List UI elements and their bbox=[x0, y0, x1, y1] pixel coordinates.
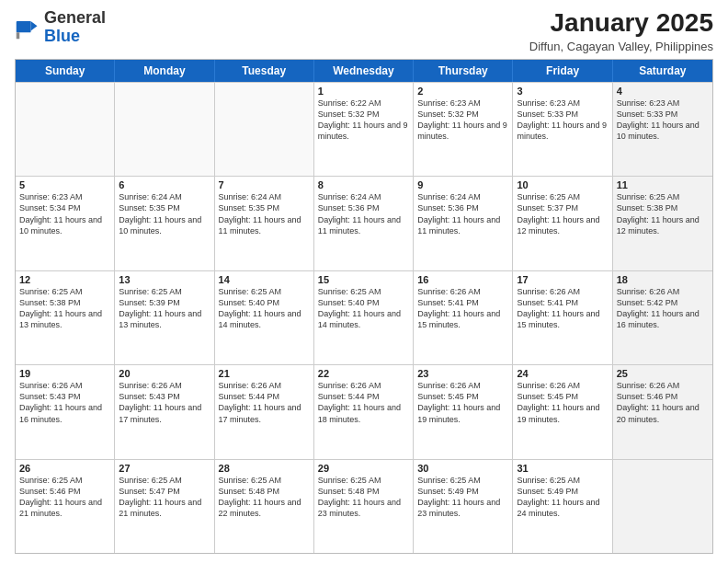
cell-info: Sunrise: 6:23 AMSunset: 5:33 PMDaylight:… bbox=[617, 98, 709, 143]
calendar-cell: 27Sunrise: 6:25 AMSunset: 5:47 PMDayligh… bbox=[115, 460, 214, 553]
cell-info: Sunrise: 6:26 AMSunset: 5:44 PMDaylight:… bbox=[219, 380, 310, 425]
calendar: SundayMondayTuesdayWednesdayThursdayFrid… bbox=[15, 59, 713, 554]
calendar-week: 5Sunrise: 6:23 AMSunset: 5:34 PMDaylight… bbox=[16, 176, 712, 270]
calendar-cell: 18Sunrise: 6:26 AMSunset: 5:42 PMDayligh… bbox=[613, 271, 712, 364]
calendar-cell bbox=[215, 83, 314, 176]
calendar-cell bbox=[115, 83, 214, 176]
header: General Blue January 2025 Diffun, Cagaya… bbox=[15, 9, 713, 53]
svg-marker-2 bbox=[31, 21, 38, 31]
cell-info: Sunrise: 6:26 AMSunset: 5:42 PMDaylight:… bbox=[617, 286, 709, 331]
cell-info: Sunrise: 6:25 AMSunset: 5:47 PMDaylight:… bbox=[119, 475, 210, 520]
cell-info: Sunrise: 6:23 AMSunset: 5:32 PMDaylight:… bbox=[417, 98, 508, 143]
calendar-week: 19Sunrise: 6:26 AMSunset: 5:43 PMDayligh… bbox=[16, 364, 712, 458]
calendar-cell: 19Sunrise: 6:26 AMSunset: 5:43 PMDayligh… bbox=[16, 365, 115, 458]
day-number: 20 bbox=[119, 368, 210, 379]
calendar-cell: 25Sunrise: 6:26 AMSunset: 5:46 PMDayligh… bbox=[613, 365, 712, 458]
calendar-header: SundayMondayTuesdayWednesdayThursdayFrid… bbox=[16, 60, 712, 82]
day-number: 13 bbox=[119, 274, 210, 285]
day-number: 28 bbox=[219, 463, 310, 474]
calendar-cell bbox=[16, 83, 115, 176]
calendar-cell: 4Sunrise: 6:23 AMSunset: 5:33 PMDaylight… bbox=[613, 83, 712, 176]
day-number: 3 bbox=[517, 86, 608, 97]
day-number: 29 bbox=[318, 463, 409, 474]
calendar-cell: 2Sunrise: 6:23 AMSunset: 5:32 PMDaylight… bbox=[414, 83, 513, 176]
cell-info: Sunrise: 6:25 AMSunset: 5:40 PMDaylight:… bbox=[219, 286, 310, 331]
calendar-cell: 30Sunrise: 6:25 AMSunset: 5:49 PMDayligh… bbox=[414, 460, 513, 553]
calendar-cell: 24Sunrise: 6:26 AMSunset: 5:45 PMDayligh… bbox=[513, 365, 612, 458]
cell-info: Sunrise: 6:26 AMSunset: 5:46 PMDaylight:… bbox=[617, 380, 709, 425]
day-number: 4 bbox=[617, 86, 709, 97]
calendar-cell: 13Sunrise: 6:25 AMSunset: 5:39 PMDayligh… bbox=[115, 271, 214, 364]
calendar-cell: 9Sunrise: 6:24 AMSunset: 5:36 PMDaylight… bbox=[414, 177, 513, 270]
cell-info: Sunrise: 6:24 AMSunset: 5:36 PMDaylight:… bbox=[318, 191, 409, 236]
cell-info: Sunrise: 6:25 AMSunset: 5:48 PMDaylight:… bbox=[318, 475, 409, 520]
day-number: 17 bbox=[517, 274, 608, 285]
subtitle: Diffun, Cagayan Valley, Philippines bbox=[529, 40, 713, 53]
day-number: 18 bbox=[617, 274, 709, 285]
day-number: 19 bbox=[19, 368, 110, 379]
cell-info: Sunrise: 6:25 AMSunset: 5:39 PMDaylight:… bbox=[119, 286, 210, 331]
day-number: 10 bbox=[517, 179, 608, 190]
cell-info: Sunrise: 6:24 AMSunset: 5:35 PMDaylight:… bbox=[219, 191, 310, 236]
day-number: 1 bbox=[318, 86, 409, 97]
cell-info: Sunrise: 6:26 AMSunset: 5:43 PMDaylight:… bbox=[19, 380, 110, 425]
cell-info: Sunrise: 6:25 AMSunset: 5:37 PMDaylight:… bbox=[517, 191, 608, 236]
weekday-header: Wednesday bbox=[314, 60, 414, 82]
page: General Blue January 2025 Diffun, Cagaya… bbox=[0, 0, 728, 563]
weekday-header: Thursday bbox=[414, 60, 513, 82]
calendar-cell: 12Sunrise: 6:25 AMSunset: 5:38 PMDayligh… bbox=[16, 271, 115, 364]
day-number: 21 bbox=[219, 368, 310, 379]
weekday-header: Saturday bbox=[613, 60, 712, 82]
day-number: 8 bbox=[318, 179, 409, 190]
calendar-cell: 6Sunrise: 6:24 AMSunset: 5:35 PMDaylight… bbox=[115, 177, 214, 270]
cell-info: Sunrise: 6:25 AMSunset: 5:48 PMDaylight:… bbox=[219, 475, 310, 520]
calendar-body: 1Sunrise: 6:22 AMSunset: 5:32 PMDaylight… bbox=[16, 82, 712, 553]
day-number: 23 bbox=[417, 368, 508, 379]
cell-info: Sunrise: 6:25 AMSunset: 5:49 PMDaylight:… bbox=[417, 475, 508, 520]
day-number: 9 bbox=[417, 179, 508, 190]
cell-info: Sunrise: 6:25 AMSunset: 5:38 PMDaylight:… bbox=[617, 191, 709, 236]
calendar-cell: 21Sunrise: 6:26 AMSunset: 5:44 PMDayligh… bbox=[215, 365, 314, 458]
logo-blue: Blue bbox=[44, 27, 80, 45]
calendar-cell: 5Sunrise: 6:23 AMSunset: 5:34 PMDaylight… bbox=[16, 177, 115, 270]
calendar-cell: 23Sunrise: 6:26 AMSunset: 5:45 PMDayligh… bbox=[414, 365, 513, 458]
cell-info: Sunrise: 6:23 AMSunset: 5:34 PMDaylight:… bbox=[19, 191, 110, 236]
day-number: 12 bbox=[19, 274, 110, 285]
cell-info: Sunrise: 6:26 AMSunset: 5:45 PMDaylight:… bbox=[517, 380, 608, 425]
calendar-week: 26Sunrise: 6:25 AMSunset: 5:46 PMDayligh… bbox=[16, 459, 712, 553]
calendar-cell: 8Sunrise: 6:24 AMSunset: 5:36 PMDaylight… bbox=[314, 177, 414, 270]
day-number: 16 bbox=[417, 274, 508, 285]
cell-info: Sunrise: 6:24 AMSunset: 5:35 PMDaylight:… bbox=[119, 191, 210, 236]
svg-rect-3 bbox=[17, 32, 20, 39]
day-number: 2 bbox=[417, 86, 508, 97]
cell-info: Sunrise: 6:24 AMSunset: 5:36 PMDaylight:… bbox=[417, 191, 508, 236]
calendar-cell: 17Sunrise: 6:26 AMSunset: 5:41 PMDayligh… bbox=[513, 271, 612, 364]
cell-info: Sunrise: 6:25 AMSunset: 5:49 PMDaylight:… bbox=[517, 475, 608, 520]
calendar-cell: 31Sunrise: 6:25 AMSunset: 5:49 PMDayligh… bbox=[513, 460, 612, 553]
day-number: 22 bbox=[318, 368, 409, 379]
calendar-cell bbox=[613, 460, 712, 553]
calendar-cell: 7Sunrise: 6:24 AMSunset: 5:35 PMDaylight… bbox=[215, 177, 314, 270]
cell-info: Sunrise: 6:23 AMSunset: 5:33 PMDaylight:… bbox=[517, 98, 608, 143]
month-title: January 2025 bbox=[529, 9, 713, 38]
calendar-cell: 29Sunrise: 6:25 AMSunset: 5:48 PMDayligh… bbox=[314, 460, 414, 553]
cell-info: Sunrise: 6:25 AMSunset: 5:38 PMDaylight:… bbox=[19, 286, 110, 331]
calendar-cell: 20Sunrise: 6:26 AMSunset: 5:43 PMDayligh… bbox=[115, 365, 214, 458]
day-number: 30 bbox=[417, 463, 508, 474]
cell-info: Sunrise: 6:25 AMSunset: 5:40 PMDaylight:… bbox=[318, 286, 409, 331]
day-number: 11 bbox=[617, 179, 709, 190]
calendar-cell: 3Sunrise: 6:23 AMSunset: 5:33 PMDaylight… bbox=[513, 83, 612, 176]
calendar-cell: 11Sunrise: 6:25 AMSunset: 5:38 PMDayligh… bbox=[613, 177, 712, 270]
calendar-cell: 16Sunrise: 6:26 AMSunset: 5:41 PMDayligh… bbox=[414, 271, 513, 364]
weekday-header: Sunday bbox=[16, 60, 115, 82]
day-number: 31 bbox=[517, 463, 608, 474]
logo-text: General Blue bbox=[44, 9, 106, 46]
weekday-header: Monday bbox=[115, 60, 214, 82]
calendar-cell: 1Sunrise: 6:22 AMSunset: 5:32 PMDaylight… bbox=[314, 83, 414, 176]
cell-info: Sunrise: 6:22 AMSunset: 5:32 PMDaylight:… bbox=[318, 98, 409, 143]
calendar-cell: 28Sunrise: 6:25 AMSunset: 5:48 PMDayligh… bbox=[215, 460, 314, 553]
day-number: 25 bbox=[617, 368, 709, 379]
weekday-header: Tuesday bbox=[215, 60, 314, 82]
day-number: 27 bbox=[119, 463, 210, 474]
calendar-cell: 14Sunrise: 6:25 AMSunset: 5:40 PMDayligh… bbox=[215, 271, 314, 364]
